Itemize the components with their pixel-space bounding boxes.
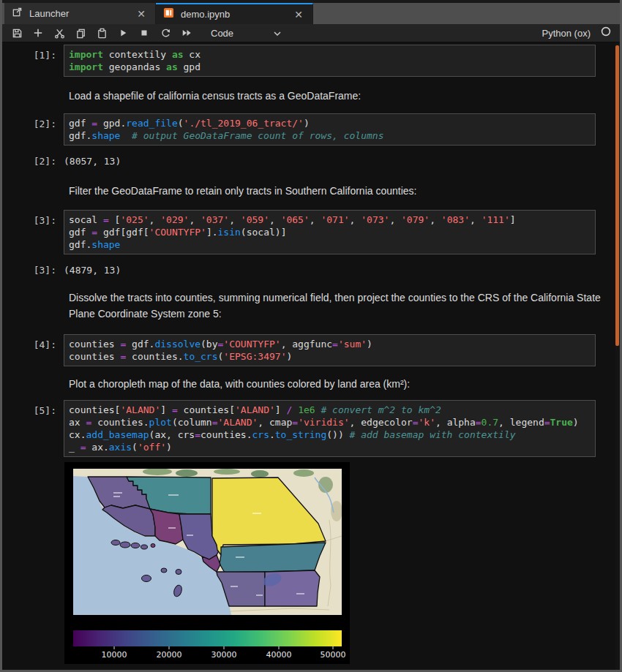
launcher-icon — [12, 7, 23, 20]
restart-kernel-button[interactable] — [160, 27, 171, 39]
code-cell-editor[interactable]: counties = gdf.dissolve(by='COUNTYFP', a… — [64, 334, 596, 366]
tab-label: Launcher — [29, 8, 135, 19]
cut-button[interactable] — [53, 27, 65, 39]
tab-launcher[interactable]: Launcher ✕ — [4, 3, 156, 24]
code-line: gdf = gpd.read_file('./tl_2019_06_tract/… — [69, 117, 595, 129]
close-icon[interactable]: ✕ — [292, 9, 305, 20]
notebook-icon — [163, 7, 174, 21]
code-line: socal = ['025', '029', '037', '059', '06… — [69, 214, 595, 226]
kernel-status-icon — [601, 26, 611, 39]
svg-text:30000: 30000 — [211, 650, 237, 660]
markdown-cell-2: Filter the GeoDataFrame to retain only t… — [2, 183, 620, 197]
tab-label: demo.ipynb — [181, 9, 292, 20]
copy-button[interactable] — [75, 27, 86, 39]
chevron-down-icon — [274, 26, 281, 39]
output-area-3: [3]: (4879, 13) — [2, 263, 620, 276]
markdown-cell-4: Plot a choropleth map of the data, with … — [2, 376, 620, 390]
cell-type-dropdown[interactable]: Code — [211, 26, 281, 39]
county-riverside — [220, 543, 326, 573]
code-cell-3: [3]: socal = ['025', '029', '037', '059'… — [2, 210, 620, 254]
save-button[interactable] — [11, 27, 23, 39]
colorbar — [73, 630, 342, 646]
svg-text:50000: 50000 — [321, 650, 346, 660]
code-cell-editor[interactable]: import contextily as cx import geopandas… — [64, 45, 596, 77]
code-line: counties = gdf.dissolve(by='COUNTYFP', a… — [69, 338, 595, 350]
scrollbar-thumb[interactable] — [615, 45, 619, 346]
code-line: gdf = gdf[gdf['COUNTYFP'].isin(socal)] — [69, 226, 595, 238]
colorbar-ticks — [114, 646, 333, 649]
cell-input-prompt: [2]: — [2, 113, 64, 146]
colorbar-tick-labels: 10000 20000 30000 40000 50000 — [102, 650, 346, 660]
code-line: gdf.shape # output GeoDataFrame count of… — [69, 129, 595, 142]
code-cell-editor[interactable]: counties['ALAND'] = counties['ALAND'] / … — [64, 400, 596, 457]
code-cell-1: [1]: import contextily as cx import geop… — [2, 45, 620, 77]
output-figure-area: 10000 20000 30000 40000 50000 — [64, 462, 620, 664]
svg-text:40000: 40000 — [266, 650, 292, 660]
markdown-cell-1: Load a shapefile of california census tr… — [2, 88, 620, 102]
code-line: counties = counties.to_crs('EPSG:3497') — [69, 350, 595, 363]
code-line: _ = ax.axis('off') — [69, 441, 595, 453]
run-all-button[interactable] — [181, 27, 192, 39]
code-line: gdf.shape — [69, 238, 595, 251]
code-line: import geopandas as gpd — [69, 61, 595, 73]
stop-button[interactable] — [138, 27, 150, 39]
output-prompt: [3]: — [2, 263, 64, 276]
output-text: (8057, 13) — [64, 154, 121, 167]
notebook-toolbar: Code Python (ox) — [2, 24, 620, 42]
choropleth-figure: 10000 20000 30000 40000 50000 — [64, 462, 350, 664]
cell-input-prompt: [1]: — [2, 45, 64, 77]
markdown-text: Dissolve the tracts into counties, summi… — [64, 290, 612, 322]
output-area-2: [2]: (8057, 13) — [2, 154, 620, 167]
markdown-text: Load a shapefile of california census tr… — [64, 88, 612, 102]
code-cell-2: [2]: gdf = gpd.read_file('./tl_2019_06_t… — [2, 113, 620, 146]
cell-type-label: Code — [211, 28, 233, 39]
run-button[interactable] — [117, 27, 129, 39]
output-prompt: [2]: — [2, 154, 64, 167]
code-line: counties['ALAND'] = counties['ALAND'] / … — [69, 404, 595, 416]
close-icon[interactable]: ✕ — [135, 8, 148, 20]
code-cell-4: [4]: counties = gdf.dissolve(by='COUNTYF… — [2, 334, 620, 366]
svg-text:10000: 10000 — [102, 650, 127, 660]
code-line: cx.add_basemap(ax, crs=counties.crs.to_s… — [69, 429, 595, 441]
tab-demo-ipynb[interactable]: demo.ipynb ✕ — [156, 3, 313, 24]
svg-text:20000: 20000 — [157, 650, 182, 660]
cell-input-prompt: [4]: — [2, 334, 64, 366]
kernel-name[interactable]: Python (ox) — [542, 28, 591, 39]
cell-input-prompt: [3]: — [2, 210, 64, 254]
insert-cell-button[interactable] — [32, 27, 44, 39]
scrollbar[interactable] — [615, 42, 620, 670]
cell-input-prompt: [5]: — [2, 400, 64, 457]
markdown-text: Filter the GeoDataFrame to retain only t… — [64, 183, 612, 197]
markdown-text: Plot a choropleth map of the data, with … — [64, 376, 612, 390]
code-line: import contextily as cx — [69, 48, 595, 61]
jupyterlab-window: Launcher ✕ demo.ipynb ✕ Code Python (ox) — [0, 0, 622, 672]
code-line: ax = counties.plot(column='ALAND', cmap=… — [69, 416, 595, 429]
code-cell-5: [5]: counties['ALAND'] = counties['ALAND… — [2, 400, 620, 457]
markdown-cell-3: Dissolve the tracts into counties, summi… — [2, 290, 620, 322]
paste-button[interactable] — [96, 27, 108, 39]
code-cell-editor[interactable]: socal = ['025', '029', '037', '059', '06… — [64, 210, 596, 254]
output-text: (4879, 13) — [64, 263, 121, 276]
tab-bar: Launcher ✕ demo.ipynb ✕ — [2, 3, 620, 24]
code-cell-editor[interactable]: gdf = gpd.read_file('./tl_2019_06_tract/… — [64, 113, 596, 146]
notebook-panel: [1]: import contextily as cx import geop… — [2, 42, 620, 670]
